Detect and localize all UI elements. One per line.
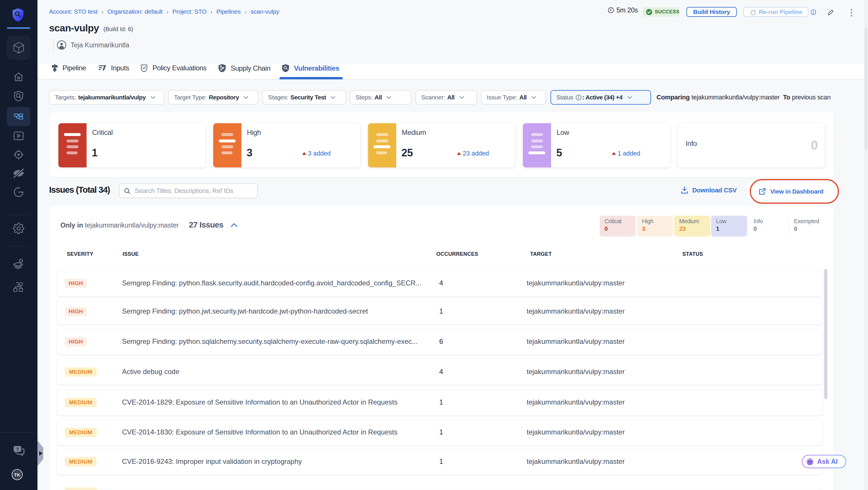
svg-text:?: ? xyxy=(16,447,19,451)
